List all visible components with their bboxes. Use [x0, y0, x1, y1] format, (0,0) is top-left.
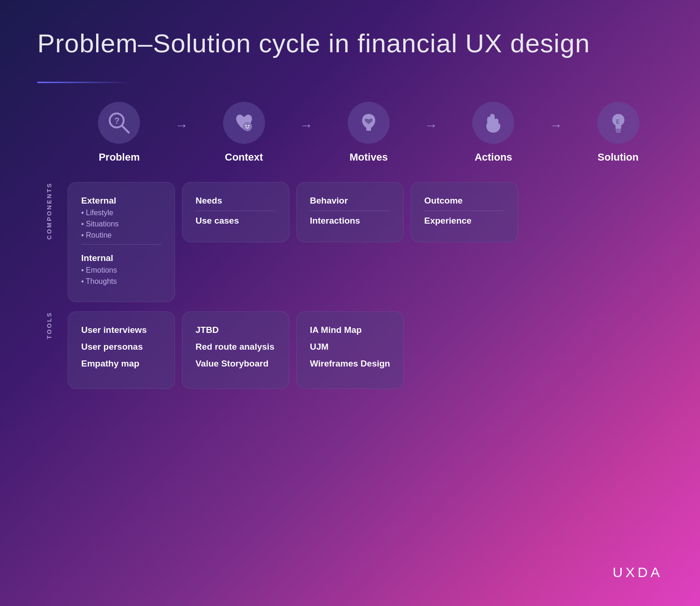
motives-svg	[356, 110, 381, 135]
actions-icon	[472, 102, 514, 144]
flow-label-context: Context	[225, 151, 263, 163]
outcome-title: Outcome	[424, 196, 504, 206]
flow-label-solution: Solution	[598, 151, 639, 163]
solution-components-card: Outcome Experience	[411, 182, 518, 242]
svg-rect-8	[616, 131, 621, 133]
motives-icon	[348, 102, 390, 144]
context-tools-card: User interviews User personas Empathy ma…	[68, 311, 175, 389]
internal-section: Internal • Emotions • Thoughts	[81, 253, 161, 286]
top-flow: ? Problem → Context →	[37, 102, 663, 163]
motives-tool-1: JTBD	[196, 325, 276, 335]
components-row-label: COMPONENTS	[37, 182, 61, 240]
external-item-1: • Lifestyle	[81, 209, 161, 217]
arrow-4: →	[538, 118, 574, 133]
context-components-card: External • Lifestyle • Situations • Rout…	[68, 182, 175, 302]
svg-text:E: E	[616, 119, 620, 125]
behavior-title: Behavior	[310, 196, 390, 206]
flow-label-motives: Motives	[350, 151, 388, 163]
context-divider	[81, 244, 161, 245]
external-item-2: • Situations	[81, 220, 161, 228]
arrow-2: →	[288, 118, 324, 133]
flow-label-problem: Problem	[98, 151, 140, 163]
page-title: Problem–Solution cycle in financial UX d…	[37, 28, 663, 58]
context-svg	[231, 110, 257, 135]
interactions-title: Interactions	[310, 216, 390, 226]
svg-text:?: ?	[114, 116, 119, 126]
arrow-1: →	[164, 118, 199, 133]
svg-point-5	[248, 125, 249, 127]
svg-point-4	[245, 125, 246, 127]
internal-item-1: • Emotions	[81, 266, 161, 275]
title-underline	[37, 82, 131, 83]
flow-item-problem: ? Problem	[75, 102, 164, 163]
actions-divider	[310, 211, 390, 211]
external-item-3: • Routine	[81, 231, 161, 240]
solution-icon: E	[597, 102, 639, 144]
external-title: External	[81, 196, 161, 206]
actions-components-card: Behavior Interactions	[296, 182, 404, 242]
actions-tool-2: UJM	[310, 342, 390, 352]
actions-tool-3: Wireframes Design	[310, 359, 390, 369]
internal-item-2: • Thoughts	[81, 277, 161, 286]
flow-item-solution: E Solution	[574, 102, 663, 163]
context-tool-1: User interviews	[81, 325, 161, 335]
problem-svg: ?	[106, 110, 132, 135]
problem-icon: ?	[98, 102, 140, 144]
motives-tool-3: Value Storyboard	[196, 359, 276, 369]
page-container: Problem–Solution cycle in financial UX d…	[0, 0, 700, 606]
motives-divider	[196, 211, 276, 211]
motives-tools-card: JTBD Red route analysis Value Storyboard	[182, 311, 289, 389]
motives-components-card: Needs Use cases	[182, 182, 289, 242]
main-grid: COMPONENTS TOOLS External • Lifestyle • …	[37, 182, 663, 389]
flow-item-motives: Motives	[324, 102, 413, 163]
uxda-logo: UXDA	[613, 564, 663, 580]
flow-label-actions: Actions	[475, 151, 512, 163]
motives-tool-2: Red route analysis	[196, 342, 276, 352]
internal-title: Internal	[81, 253, 161, 263]
context-tool-3: Empathy map	[81, 359, 161, 369]
svg-rect-7	[616, 129, 621, 131]
svg-point-3	[243, 122, 252, 131]
needs-title: Needs	[196, 196, 276, 206]
solution-divider	[424, 211, 504, 211]
svg-line-1	[122, 126, 129, 133]
actions-tool-1: IA Mind Map	[310, 325, 390, 335]
context-icon	[223, 102, 265, 144]
context-tool-2: User personas	[81, 342, 161, 352]
flow-item-actions: Actions	[449, 102, 538, 163]
experience-title: Experience	[424, 216, 504, 226]
use-cases-title: Use cases	[196, 216, 276, 226]
arrow-3: →	[413, 118, 448, 133]
tools-row-label: TOOLS	[37, 311, 61, 339]
flow-item-context: Context	[199, 102, 288, 163]
solution-svg: E	[606, 110, 631, 135]
actions-tools-card: IA Mind Map UJM Wireframes Design	[296, 311, 404, 389]
actions-svg	[481, 110, 506, 135]
